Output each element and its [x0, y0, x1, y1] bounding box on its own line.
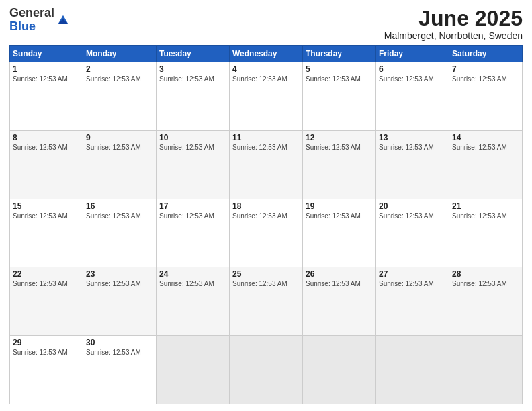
day-sunrise-info: Sunrise: 12:53 AM — [159, 212, 226, 220]
day-number: 11 — [232, 133, 300, 142]
day-number: 5 — [306, 64, 373, 74]
logo: General Blue — [9, 7, 71, 34]
day-number: 15 — [13, 201, 80, 211]
day-sunrise-info: Sunrise: 12:53 AM — [232, 280, 300, 287]
calendar-cell: 11Sunrise: 12:53 AM — [230, 130, 303, 199]
day-sunrise-info: Sunrise: 12:53 AM — [13, 75, 80, 83]
day-number: 18 — [232, 201, 300, 211]
day-sunrise-info: Sunrise: 12:53 AM — [452, 212, 519, 220]
day-sunrise-info: Sunrise: 12:53 AM — [232, 144, 300, 151]
day-sunrise-info: Sunrise: 12:53 AM — [379, 280, 446, 287]
day-sunrise-info: Sunrise: 12:53 AM — [232, 75, 300, 83]
calendar-header: Sunday Monday Tuesday Wednesday Thursday… — [10, 46, 523, 62]
header-tuesday: Tuesday — [157, 46, 230, 62]
day-number: 4 — [232, 64, 300, 74]
logo-blue: Blue — [9, 19, 36, 33]
calendar-cell: 1Sunrise: 12:53 AM — [10, 62, 83, 131]
day-sunrise-info: Sunrise: 12:53 AM — [306, 212, 373, 220]
calendar-cell: 26Sunrise: 12:53 AM — [303, 267, 376, 336]
title-area: June 2025 Malmberget, Norrbotten, Sweden — [384, 7, 523, 41]
calendar-cell — [303, 336, 376, 404]
logo-general: General — [9, 6, 54, 19]
header-monday: Monday — [83, 46, 157, 62]
day-number: 10 — [159, 133, 226, 142]
day-number: 24 — [159, 269, 226, 279]
header-friday: Friday — [376, 46, 449, 62]
day-number: 23 — [86, 269, 153, 279]
day-number: 12 — [306, 133, 373, 142]
logo-text: General Blue — [9, 7, 54, 34]
week-row-2: 8Sunrise: 12:53 AM9Sunrise: 12:53 AM10Su… — [10, 130, 523, 199]
calendar-cell — [376, 336, 449, 404]
day-number: 2 — [86, 64, 153, 74]
day-sunrise-info: Sunrise: 12:53 AM — [159, 280, 226, 287]
day-number: 9 — [86, 133, 153, 142]
calendar-cell: 29Sunrise: 12:53 AM — [10, 336, 83, 404]
week-row-1: 1Sunrise: 12:53 AM2Sunrise: 12:53 AM3Sun… — [10, 62, 523, 131]
day-sunrise-info: Sunrise: 12:53 AM — [379, 75, 446, 83]
calendar-cell: 15Sunrise: 12:53 AM — [10, 199, 83, 267]
day-number: 22 — [13, 269, 80, 279]
logo-icon — [56, 13, 71, 28]
day-sunrise-info: Sunrise: 12:53 AM — [86, 349, 153, 356]
calendar-cell: 24Sunrise: 12:53 AM — [157, 267, 230, 336]
calendar-cell: 14Sunrise: 12:53 AM — [449, 130, 523, 199]
calendar-cell: 16Sunrise: 12:53 AM — [83, 199, 157, 267]
calendar-cell: 8Sunrise: 12:53 AM — [10, 130, 83, 199]
day-sunrise-info: Sunrise: 12:53 AM — [306, 144, 373, 151]
day-number: 16 — [86, 201, 153, 211]
calendar-cell: 3Sunrise: 12:53 AM — [157, 62, 230, 131]
calendar-cell: 4Sunrise: 12:53 AM — [230, 62, 303, 131]
calendar-cell: 21Sunrise: 12:53 AM — [449, 199, 523, 267]
calendar-cell: 25Sunrise: 12:53 AM — [230, 267, 303, 336]
day-sunrise-info: Sunrise: 12:53 AM — [379, 212, 446, 220]
calendar-cell: 28Sunrise: 12:53 AM — [449, 267, 523, 336]
header-wednesday: Wednesday — [230, 46, 303, 62]
day-number: 27 — [379, 269, 446, 279]
day-number: 8 — [13, 133, 80, 142]
calendar-cell: 17Sunrise: 12:53 AM — [157, 199, 230, 267]
day-sunrise-info: Sunrise: 12:53 AM — [452, 144, 519, 151]
day-sunrise-info: Sunrise: 12:53 AM — [86, 144, 153, 151]
day-sunrise-info: Sunrise: 12:53 AM — [86, 75, 153, 83]
calendar-cell: 7Sunrise: 12:53 AM — [449, 62, 523, 131]
day-number: 20 — [379, 201, 446, 211]
day-sunrise-info: Sunrise: 12:53 AM — [379, 144, 446, 151]
calendar-cell: 6Sunrise: 12:53 AM — [376, 62, 449, 131]
day-sunrise-info: Sunrise: 12:53 AM — [306, 280, 373, 287]
day-sunrise-info: Sunrise: 12:53 AM — [13, 212, 80, 220]
week-row-5: 29Sunrise: 12:53 AM30Sunrise: 12:53 AM — [10, 336, 523, 404]
calendar-body: 1Sunrise: 12:53 AM2Sunrise: 12:53 AM3Sun… — [10, 62, 523, 404]
calendar-cell: 23Sunrise: 12:53 AM — [83, 267, 157, 336]
calendar-cell: 2Sunrise: 12:53 AM — [83, 62, 157, 131]
day-sunrise-info: Sunrise: 12:53 AM — [159, 144, 226, 151]
week-row-3: 15Sunrise: 12:53 AM16Sunrise: 12:53 AM17… — [10, 199, 523, 267]
calendar-cell: 12Sunrise: 12:53 AM — [303, 130, 376, 199]
day-number: 26 — [306, 269, 373, 279]
calendar-cell: 30Sunrise: 12:53 AM — [83, 336, 157, 404]
day-number: 14 — [452, 133, 519, 142]
page-header: General Blue June 2025 Malmberget, Norrb… — [9, 7, 523, 41]
calendar-cell — [157, 336, 230, 404]
header-thursday: Thursday — [303, 46, 376, 62]
day-number: 3 — [159, 64, 226, 74]
day-number: 7 — [452, 64, 519, 74]
day-number: 30 — [86, 338, 153, 347]
day-sunrise-info: Sunrise: 12:53 AM — [159, 75, 226, 83]
header-sunday: Sunday — [10, 46, 83, 62]
calendar-cell: 22Sunrise: 12:53 AM — [10, 267, 83, 336]
day-sunrise-info: Sunrise: 12:53 AM — [452, 280, 519, 287]
day-number: 1 — [13, 64, 80, 74]
day-number: 21 — [452, 201, 519, 211]
calendar-cell: 5Sunrise: 12:53 AM — [303, 62, 376, 131]
calendar-cell: 27Sunrise: 12:53 AM — [376, 267, 449, 336]
day-number: 19 — [306, 201, 373, 211]
day-sunrise-info: Sunrise: 12:53 AM — [13, 280, 80, 287]
day-number: 13 — [379, 133, 446, 142]
header-saturday: Saturday — [449, 46, 523, 62]
day-sunrise-info: Sunrise: 12:53 AM — [13, 144, 80, 151]
day-sunrise-info: Sunrise: 12:53 AM — [452, 75, 519, 83]
calendar-cell: 10Sunrise: 12:53 AM — [157, 130, 230, 199]
calendar-cell: 9Sunrise: 12:53 AM — [83, 130, 157, 199]
calendar-subtitle: Malmberget, Norrbotten, Sweden — [384, 30, 523, 41]
